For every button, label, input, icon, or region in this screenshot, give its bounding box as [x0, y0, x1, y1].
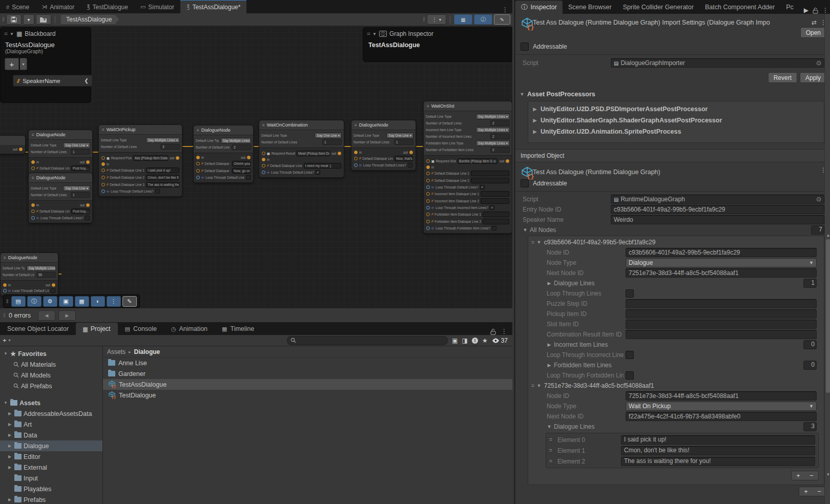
in-port-dot[interactable]: [196, 156, 200, 159]
row-port-dot[interactable]: [31, 209, 35, 213]
checkbox[interactable]: [492, 226, 496, 230]
row-port-dot[interactable]: [101, 183, 105, 186]
postprocessor-item[interactable]: ▶UnityEditor.U2D.PSD.PSDImporterAssetPos…: [528, 103, 824, 115]
toggle-graph-inspector-button[interactable]: ⓘ: [474, 14, 492, 25]
inspector-tab-pc[interactable]: Pc: [780, 1, 799, 14]
foldout-open-icon[interactable]: ▼: [536, 240, 542, 245]
tree-item-playables[interactable]: Playables: [0, 484, 102, 494]
more-tabs-icon[interactable]: ▶: [804, 7, 808, 14]
checkbox[interactable]: [85, 216, 90, 220]
editor-tab-animator[interactable]: ⋊Animator: [35, 1, 80, 13]
foldout-forbidden-item-lines[interactable]: ▶Forbidden Item Lines0: [528, 360, 824, 370]
property-field[interactable]: c93b5606-401f-49a2-99b5-9ecbf1fa9c29: [626, 248, 817, 257]
search-by-type-icon[interactable]: ▣: [452, 337, 458, 344]
checkbox[interactable]: [626, 371, 634, 380]
property-field[interactable]: 7251e73e-38d3-44ff-a8c5-bcf54088aaf1: [626, 268, 817, 278]
hidden-packages-icon[interactable]: !: [472, 338, 478, 344]
row-port-dot[interactable]: [101, 190, 105, 193]
dialogue-line-field[interactable]: Now, go on, t: [232, 168, 251, 174]
object-picker-icon[interactable]: ⊙: [816, 59, 821, 67]
node-field-value[interactable]: 2: [490, 147, 510, 153]
node-title-bar[interactable]: ≡DialogueNode: [351, 120, 416, 130]
node-field-dropdown[interactable]: Say One Line▾: [315, 133, 342, 138]
out-port[interactable]: out: [80, 160, 90, 164]
node-title-bar[interactable]: ≡DialogueNode: [1, 253, 58, 262]
layout-icon-button[interactable]: ▦: [75, 296, 89, 307]
expand-left-icon[interactable]: ❮: [85, 78, 89, 83]
tools-icon-button[interactable]: ⚙: [43, 296, 57, 307]
property-dropdown[interactable]: Wait On Pickup▼: [626, 402, 817, 411]
row-port-dot[interactable]: [426, 172, 430, 175]
inspector-tab-inspector[interactable]: ⓘInspector: [515, 1, 563, 14]
object-field[interactable]: Meat (Pickup Item Data)⊙: [297, 151, 330, 156]
tab-project[interactable]: ▆Project: [76, 323, 117, 335]
out-port[interactable]: out: [170, 156, 179, 160]
drag-handle-icon[interactable]: =: [531, 240, 534, 245]
tree-item-all-materials[interactable]: All Materials: [0, 359, 102, 370]
tree-item-editor[interactable]: ▶Editor: [0, 451, 102, 462]
favorites-star-icon[interactable]: ★: [482, 337, 488, 344]
foldout-closed-icon[interactable]: ▶: [532, 118, 537, 123]
visibility-toggle[interactable]: 37: [492, 337, 508, 344]
tree-item-prefabs[interactable]: ▶Prefabs: [0, 494, 102, 504]
kebab-icon-button[interactable]: ⋮: [107, 296, 121, 307]
breadcrumb-root[interactable]: Assets: [107, 348, 126, 355]
foldout-closed-icon[interactable]: ▶: [7, 497, 12, 502]
info-icon-button[interactable]: ⓘ: [27, 296, 42, 307]
prev-error-button[interactable]: ◀: [38, 310, 55, 321]
kebab-icon[interactable]: ⋮: [822, 7, 828, 14]
element-field[interactable]: The ass is waiting there for you!: [621, 457, 815, 466]
row-port-dot[interactable]: [101, 156, 105, 160]
node-field-dropdown[interactable]: Say One Line▾: [63, 185, 90, 191]
node-field-dropdown[interactable]: Say Multiple Lines▾: [476, 127, 510, 133]
foldout-closed-icon[interactable]: ▶: [547, 281, 552, 286]
foldout-open-icon[interactable]: ▼: [520, 92, 525, 97]
drag-handle-icon[interactable]: =: [531, 383, 534, 389]
dialogue-line-field[interactable]: [481, 191, 509, 197]
property-field[interactable]: [626, 330, 817, 339]
property-dropdown[interactable]: Dialogue▼: [626, 258, 817, 267]
count-field[interactable]: 0: [803, 340, 817, 349]
apply-button[interactable]: Apply: [800, 72, 826, 83]
dialogue-line-field[interactable]: Nice, that's it!: [395, 156, 413, 161]
checkbox[interactable]: ✓: [490, 205, 494, 210]
tree-item-input[interactable]: Input: [0, 473, 102, 484]
in-port-dot[interactable]: [3, 283, 7, 287]
foldout-closed-icon[interactable]: ▶: [7, 454, 12, 459]
tab-console[interactable]: ▤Console: [118, 323, 164, 335]
postprocessor-item[interactable]: ▶UnityEditor.ShaderGraph.ShaderGraphAsse…: [528, 115, 824, 126]
node-title-bar[interactable]: ≡WaitOnSlot: [424, 101, 512, 111]
row-port-dot[interactable]: [354, 163, 358, 167]
row-port-dot[interactable]: [262, 164, 265, 167]
in-port-dot[interactable]: [31, 160, 35, 164]
row-port-dot[interactable]: [426, 226, 430, 230]
add-variable-button[interactable]: +: [5, 58, 19, 70]
inspector-tab-sprite-collider-generator[interactable]: Sprite Collider Generator: [617, 1, 699, 14]
property-field[interactable]: [626, 309, 817, 319]
next-error-button[interactable]: ▶: [58, 310, 76, 321]
add-element-button[interactable]: +: [792, 471, 805, 480]
inspector-tab-batch-component-adder[interactable]: Batch Component Adder: [699, 1, 780, 14]
out-port[interactable]: out: [403, 151, 413, 154]
editor-tab-simulator[interactable]: ▭Simulator: [134, 1, 180, 13]
checkbox[interactable]: ✓: [480, 185, 485, 190]
node-field-value[interactable]: 1: [322, 139, 342, 145]
node-collapse-icon[interactable]: ≡: [32, 133, 34, 137]
graph-node-waitonslot-7[interactable]: ≡WaitOnSlotDefault Line TypeSay Multiple…: [423, 101, 512, 234]
asset-testdialogue[interactable]: {}TestDialogue: [103, 390, 512, 401]
out-port[interactable]: out: [13, 148, 23, 151]
node-field-value[interactable]: 3: [160, 144, 180, 150]
collapse-arrow-icon[interactable]: ▼: [372, 32, 377, 36]
foldout-closed-icon[interactable]: ▶: [7, 411, 12, 416]
dialogue-line-field[interactable]: I need my meat :): [304, 163, 342, 169]
out-port[interactable]: out: [331, 152, 341, 155]
foldout-incorrect-item-lines[interactable]: ▶Incorrect Item Lines0: [528, 340, 824, 350]
node-title-bar[interactable]: ≡StartNode: [0, 136, 25, 145]
graph-node-dialoguenode-2[interactable]: ≡DialogueNodeDefault Line TypeSay One Li…: [28, 173, 93, 223]
tree-favorites[interactable]: ▼★Favorites: [0, 348, 102, 359]
tree-item-all-prefabs[interactable]: All Prefabs: [0, 381, 102, 391]
create-asset-button[interactable]: +: [3, 337, 7, 344]
dialogue-line-field[interactable]: [483, 212, 509, 217]
dialogue-line-field[interactable]: [483, 219, 509, 224]
node-title-bar[interactable]: ≡WaitOnPickup: [99, 125, 182, 134]
